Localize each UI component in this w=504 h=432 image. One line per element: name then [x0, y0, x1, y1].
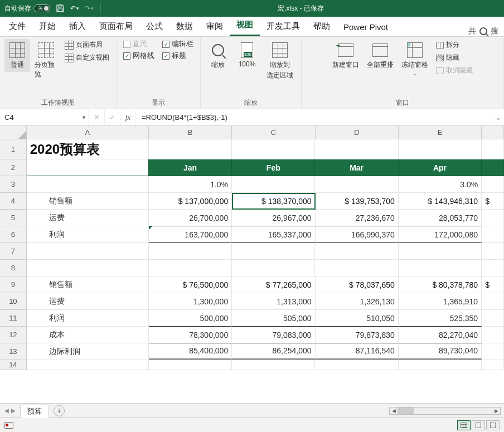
select-all-corner[interactable]	[0, 126, 27, 139]
col-header-D[interactable]: D	[316, 126, 399, 139]
month-header[interactable]: Apr	[399, 159, 482, 176]
cell[interactable]: 1,326,130	[316, 293, 399, 310]
row-label[interactable]: 利润	[27, 226, 149, 243]
split-button[interactable]: 拆分	[434, 39, 475, 51]
zoom-button[interactable]: 缩放	[205, 39, 231, 72]
undo-icon[interactable]: ↶▾	[70, 4, 79, 13]
cell[interactable]: 79,083,000	[232, 327, 315, 343]
chevron-down-icon[interactable]: ▼	[81, 115, 86, 120]
tab-page-layout[interactable]: 页面布局	[93, 17, 139, 36]
cell[interactable]: 78,300,000	[149, 327, 232, 343]
row-header[interactable]: 3	[0, 176, 27, 193]
arrange-all-button[interactable]: 全部重排	[365, 39, 396, 72]
cell[interactable]: $ 137,000,000	[149, 193, 232, 210]
redo-icon[interactable]: ↷▾	[85, 4, 94, 13]
row-header[interactable]: 10	[0, 293, 27, 310]
view-page-layout-button[interactable]: 页面布局	[62, 39, 112, 51]
cell[interactable]: 172,000,080	[399, 226, 482, 243]
cell[interactable]: 26,700,000	[149, 210, 232, 226]
cell[interactable]: 166,990,370	[316, 226, 399, 243]
row-label[interactable]: 利润	[27, 310, 149, 327]
tab-review[interactable]: 审阅	[200, 17, 230, 36]
cell[interactable]: 1.0%	[149, 176, 232, 193]
tab-file[interactable]: 文件	[2, 17, 32, 36]
cell[interactable]: 87,116,540	[316, 343, 399, 360]
cell[interactable]: 85,400,000	[149, 343, 232, 360]
cell[interactable]: 1,313,000	[232, 293, 315, 310]
cell[interactable]: $	[482, 193, 504, 210]
cell[interactable]: $ 139,753,700	[316, 193, 399, 210]
month-header[interactable]: Jan	[149, 159, 232, 176]
row-header[interactable]: 4	[0, 193, 27, 210]
view-page-layout-icon[interactable]	[472, 420, 485, 430]
row-label[interactable]: 销售额	[27, 193, 149, 210]
view-page-break-icon[interactable]	[486, 420, 500, 430]
name-box[interactable]: C4▼	[0, 109, 89, 125]
zoom-selection-button[interactable]: 缩放到选定区域	[263, 39, 297, 82]
search-icon[interactable]	[479, 27, 487, 35]
row-header[interactable]: 1	[0, 139, 27, 159]
row-label[interactable]: 运费	[27, 293, 149, 310]
row-header[interactable]: 13	[0, 343, 27, 360]
cell[interactable]: $ 77,265,000	[232, 276, 315, 293]
row-label[interactable]: 销售额	[27, 276, 149, 293]
checkbox-gridlines[interactable]: ✓网格线	[121, 51, 157, 61]
cell[interactable]: 82,270,040	[399, 327, 482, 343]
row-header[interactable]: 12	[0, 327, 27, 343]
cell[interactable]: 165,337,000	[232, 226, 315, 243]
title-cell[interactable]: 2020预算表	[27, 139, 149, 159]
row-header[interactable]: 2	[0, 159, 27, 176]
month-header[interactable]: Feb	[232, 159, 315, 176]
cell[interactable]: $ 76,500,000	[149, 276, 232, 293]
share-button[interactable]: 共	[468, 26, 476, 36]
tab-developer[interactable]: 开发工具	[260, 17, 307, 36]
formula-input[interactable]: =ROUND(B4*(1+$B$3),-1)	[136, 109, 492, 125]
cell[interactable]: 510,050	[316, 310, 399, 327]
cell[interactable]: 500,000	[149, 310, 232, 327]
month-header[interactable]: Mar	[315, 159, 398, 176]
cell[interactable]: 1,300,000	[149, 293, 232, 310]
cell[interactable]: 3.0%	[399, 176, 482, 193]
row-header[interactable]: 6	[0, 226, 27, 243]
expand-formula-bar-icon[interactable]: ⌄	[492, 109, 504, 125]
cell[interactable]: 26,967,000	[232, 210, 315, 226]
cell[interactable]: 89,730,040	[399, 343, 482, 360]
cell[interactable]: 1,365,910	[399, 293, 482, 310]
freeze-panes-button[interactable]: ❄冻结窗格⌄	[399, 39, 430, 79]
cell[interactable]: 505,000	[232, 310, 315, 327]
row-header[interactable]: 7	[0, 243, 27, 260]
hide-button[interactable]: 隐藏	[434, 52, 475, 64]
view-custom-button[interactable]: 自定义视图	[62, 52, 112, 64]
tab-data[interactable]: 数据	[169, 17, 200, 36]
enter-formula-icon[interactable]: ✓	[105, 109, 120, 125]
zoom-100-button[interactable]: 100100%	[234, 39, 260, 70]
record-macro-icon[interactable]	[4, 422, 13, 429]
tab-powerpivot[interactable]: Power Pivot	[337, 18, 395, 36]
worksheet-grid[interactable]: A B C D E 1 2020预算表 2 Jan Feb Mar Apr 3 …	[0, 126, 504, 403]
row-header[interactable]: 5	[0, 210, 27, 226]
autosave-toggle[interactable]: 自动保存 关	[4, 4, 50, 13]
view-normal-button[interactable]: 普通	[4, 39, 30, 72]
sheet-tab[interactable]: 预算	[20, 405, 49, 418]
view-normal-icon[interactable]	[457, 420, 471, 430]
tab-home[interactable]: 开始	[32, 17, 62, 36]
row-header[interactable]: 8	[0, 260, 27, 276]
cell[interactable]: 86,254,000	[232, 343, 315, 360]
save-icon[interactable]	[56, 4, 65, 13]
new-window-button[interactable]: +新建窗口	[330, 39, 361, 72]
horizontal-scrollbar[interactable]: ◀▶	[389, 407, 501, 415]
row-header[interactable]: 14	[0, 360, 27, 370]
col-header-F[interactable]	[482, 126, 504, 139]
row-label[interactable]: 边际利润	[27, 343, 149, 360]
selected-cell[interactable]: $ 138,370,000	[232, 193, 315, 210]
col-header-E[interactable]: E	[399, 126, 482, 139]
cell[interactable]: 27,236,670	[316, 210, 399, 226]
row-header[interactable]: 9	[0, 276, 27, 293]
cancel-formula-icon[interactable]: ✕	[89, 109, 105, 125]
cell[interactable]: 28,053,770	[399, 210, 482, 226]
cell[interactable]: $ 78,037,650	[316, 276, 399, 293]
cell[interactable]: $ 143,946,310	[399, 193, 482, 210]
tab-insert[interactable]: 插入	[62, 17, 93, 36]
checkbox-formula-bar[interactable]: ✓编辑栏	[160, 39, 196, 50]
col-header-A[interactable]: A	[27, 126, 149, 139]
